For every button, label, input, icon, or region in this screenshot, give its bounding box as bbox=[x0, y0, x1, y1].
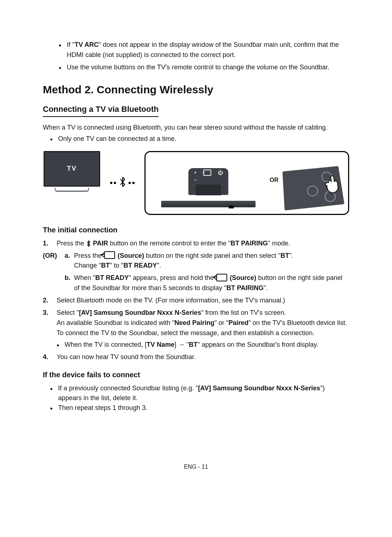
step-number: 2. bbox=[43, 296, 57, 306]
hand-pointer-icon bbox=[320, 172, 344, 195]
text: ". bbox=[289, 252, 293, 259]
device-box: + ⏻ – OR bbox=[144, 151, 349, 215]
text: " mode. bbox=[268, 240, 290, 247]
bt-dots: •• •• bbox=[110, 176, 136, 189]
bt-bold: BT bbox=[189, 341, 197, 348]
bt-ready-bold: BT READY bbox=[123, 262, 157, 269]
remote-illustration: + ⏻ – bbox=[188, 168, 228, 195]
text: " appears, press and hold the bbox=[128, 274, 216, 281]
step-3: 3. Select "[AV] Samsung Soundbar Nxxx N-… bbox=[43, 308, 349, 350]
touch-panel-illustration bbox=[282, 166, 344, 211]
text: Change " bbox=[74, 262, 101, 269]
step-4: 4. You can now hear TV sound from the So… bbox=[43, 352, 349, 362]
fails-bullets: If a previously connected Soundbar listi… bbox=[43, 383, 349, 413]
av-name-bold: [AV] Samsung Soundbar Nxxx N-Series bbox=[79, 309, 201, 316]
method-heading: Method 2. Connecting Wirelessly bbox=[43, 84, 349, 96]
power-icon: ⏻ bbox=[218, 170, 223, 175]
fails-bullet-2: Then repeat steps 1 through 3. bbox=[50, 403, 349, 413]
manual-page: If "TV ARC" does not appear in the displ… bbox=[0, 0, 392, 537]
text: When " bbox=[74, 274, 95, 281]
step-body: Select Bluetooth mode on the TV. (For mo… bbox=[57, 296, 349, 306]
panel-button-icon bbox=[307, 185, 319, 196]
substep-letter: a. bbox=[65, 251, 74, 271]
subsection-heading: Connecting a TV via Bluetooth bbox=[43, 105, 159, 117]
step-number: 1. bbox=[43, 239, 57, 249]
source-button-icon bbox=[216, 274, 227, 281]
text: " to " bbox=[110, 262, 123, 269]
text: Press the bbox=[57, 240, 86, 247]
soundbar-with-remote: + ⏻ – bbox=[152, 168, 265, 207]
step-body: Press the PAIR button on the remote cont… bbox=[57, 239, 349, 249]
text: " from the list on TV's screen. bbox=[201, 309, 286, 316]
steps-block: 1. Press the PAIR button on the remote c… bbox=[43, 239, 349, 362]
bluetooth-icon bbox=[86, 240, 91, 247]
top-notes-list: If "TV ARC" does not appear in the displ… bbox=[43, 40, 349, 73]
bt-pairing-bold: BT PAIRING bbox=[226, 284, 264, 292]
text: ] → " bbox=[175, 341, 189, 348]
source-button-icon bbox=[104, 251, 115, 259]
text: button on the right side panel and then … bbox=[144, 252, 281, 259]
step-body: Press the (Source) button on the right s… bbox=[74, 251, 349, 271]
fails-bullet-1: If a previously connected Soundbar listi… bbox=[50, 383, 349, 403]
top-note-2: Use the volume buttons on the TV's remot… bbox=[59, 62, 349, 73]
source-label: (Source) bbox=[116, 252, 144, 259]
bluetooth-icon bbox=[119, 176, 127, 189]
step-3-bullet: When the TV is connected, [TV Name] → "B… bbox=[57, 340, 349, 350]
step-body: Select "[AV] Samsung Soundbar Nxxx N-Ser… bbox=[57, 308, 349, 350]
tv-illustration: TV bbox=[43, 151, 101, 215]
step-number: 4. bbox=[43, 352, 57, 362]
top-note-1: If "TV ARC" does not appear in the displ… bbox=[59, 40, 349, 60]
text: Select " bbox=[57, 309, 79, 316]
paired-bold: Paired bbox=[228, 319, 248, 326]
text: ". bbox=[157, 262, 161, 269]
bt-ready-bold: BT READY bbox=[95, 274, 128, 281]
source-icon bbox=[203, 170, 211, 176]
step-or-b: b. When "BT READY" appears, press and ho… bbox=[65, 273, 349, 293]
text: button on the remote control to enter th… bbox=[108, 240, 231, 247]
remote-dpad bbox=[196, 184, 221, 195]
step-2: 2. Select Bluetooth mode on the TV. (For… bbox=[43, 296, 349, 306]
step-or-a: (OR) a. Press the (Source) button on the… bbox=[43, 251, 349, 271]
text: If a previously connected Soundbar listi… bbox=[58, 385, 198, 392]
bt-pairing-bold: BT PAIRING bbox=[230, 240, 268, 247]
text: Press the bbox=[74, 252, 103, 259]
text: ". bbox=[264, 284, 268, 292]
or-label: OR bbox=[270, 177, 278, 187]
text: When the TV is connected, [ bbox=[65, 341, 147, 348]
step-number: 3. bbox=[43, 308, 57, 350]
av-name-bold: [AV] Samsung Soundbar Nxxx N-Series bbox=[198, 385, 320, 392]
bluetooth-link-icon: •• •• bbox=[107, 151, 138, 215]
text: " or " bbox=[215, 319, 229, 326]
bt-bold: BT bbox=[281, 252, 289, 259]
intro-bullets: Only one TV can be connected at a time. bbox=[43, 134, 349, 144]
need-pairing-bold: Need Pairing bbox=[175, 319, 215, 326]
tv-stand bbox=[55, 188, 89, 192]
text: " does not appear in the display window … bbox=[67, 41, 339, 58]
pair-label: PAIR bbox=[91, 240, 108, 247]
tv-screen: TV bbox=[44, 151, 100, 187]
minus-icon: – bbox=[194, 176, 197, 182]
initial-connection-heading: The initial connection bbox=[43, 226, 349, 234]
plus-icon: + bbox=[194, 170, 197, 175]
text: If " bbox=[67, 41, 74, 48]
tv-arc-bold: TV ARC bbox=[74, 41, 98, 48]
intro-bullet-1: Only one TV can be connected at a time. bbox=[50, 134, 349, 144]
step-body: You can now hear TV sound from the Sound… bbox=[57, 352, 349, 362]
soundbar-illustration bbox=[161, 201, 256, 207]
source-label: (Source) bbox=[228, 274, 256, 281]
page-footer: ENG - 11 bbox=[43, 464, 349, 470]
or-tag: (OR) bbox=[43, 251, 65, 271]
intro-text: When a TV is connected using Bluetooth, … bbox=[43, 123, 349, 133]
connection-diagram: TV •• •• + ⏻ – OR bbox=[43, 151, 349, 215]
step-body: When "BT READY" appears, press and hold … bbox=[74, 273, 349, 293]
text: " appears on the Soundbar's front displa… bbox=[197, 341, 318, 348]
text: An available Soundbar is indicated with … bbox=[57, 319, 175, 326]
fails-heading: If the device fails to connect bbox=[43, 371, 349, 379]
step-1: 1. Press the PAIR button on the remote c… bbox=[43, 239, 349, 249]
bt-bold: BT bbox=[101, 262, 110, 269]
step-3-bullet-item: When the TV is connected, [TV Name] → "B… bbox=[57, 340, 349, 350]
tv-name-bold: TV Name bbox=[147, 341, 175, 348]
substep-letter: b. bbox=[65, 273, 74, 293]
